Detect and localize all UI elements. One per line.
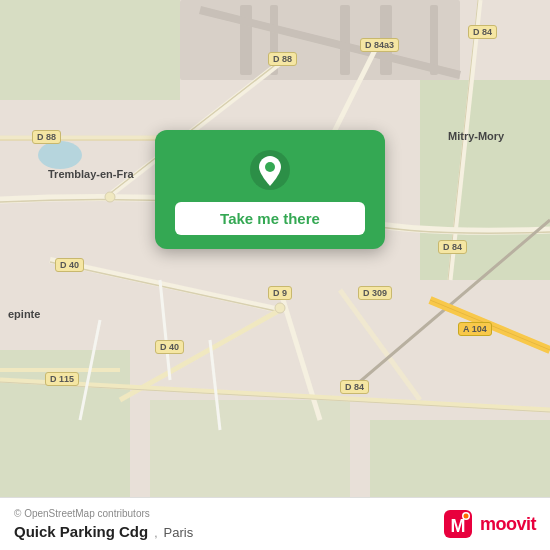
bottom-bar: © OpenStreetMap contributors Quick Parki…	[0, 497, 550, 550]
svg-line-20	[50, 260, 280, 310]
road-label-d9: D 9	[268, 286, 292, 300]
navigation-card: Take me there	[155, 130, 385, 249]
svg-point-41	[463, 514, 468, 519]
place-city: Paris	[164, 525, 194, 540]
svg-text:M: M	[450, 516, 465, 536]
place-label-epinte: epinte	[8, 308, 40, 320]
road-label-d84a3: D 84a3	[360, 38, 399, 52]
place-label-mitry: Mitry-Mory	[448, 130, 504, 142]
road-label-d115: D 115	[45, 372, 79, 386]
copyright-text: © OpenStreetMap contributors	[14, 508, 193, 519]
road-label-d40-mid: D 40	[155, 340, 184, 354]
svg-point-0	[38, 141, 82, 169]
place-info: © OpenStreetMap contributors Quick Parki…	[14, 508, 193, 540]
road-label-d84-top: D 84	[468, 25, 497, 39]
road-label-d88-left: D 88	[32, 130, 61, 144]
svg-point-31	[105, 192, 115, 202]
moovit-logo: M moovit	[442, 508, 536, 540]
place-name: Quick Parking Cdg	[14, 523, 148, 540]
svg-rect-2	[240, 5, 252, 75]
take-me-there-button[interactable]: Take me there	[175, 202, 365, 235]
road-label-d84-bot: D 84	[340, 380, 369, 394]
road-label-d84-mid: D 84	[438, 240, 467, 254]
road-label-a104: A 104	[458, 322, 492, 336]
svg-line-21	[50, 262, 280, 312]
road-label-d88-top: D 88	[268, 52, 297, 66]
location-pin-icon	[248, 148, 292, 192]
map-roads	[0, 0, 550, 550]
svg-point-32	[275, 303, 285, 313]
map-container: D 88 D 84a3 D 84 D 88 D 40 D 9 D 309 D 8…	[0, 0, 550, 550]
svg-rect-8	[0, 0, 180, 100]
road-label-d309: D 309	[358, 286, 392, 300]
road-label-d40-left: D 40	[55, 258, 84, 272]
moovit-icon: M	[442, 508, 474, 540]
svg-point-37	[265, 162, 275, 172]
place-label-tremblay: Tremblay-en-Fra	[48, 168, 134, 180]
moovit-text: moovit	[480, 514, 536, 535]
svg-line-34	[160, 280, 170, 380]
svg-rect-4	[340, 5, 350, 75]
